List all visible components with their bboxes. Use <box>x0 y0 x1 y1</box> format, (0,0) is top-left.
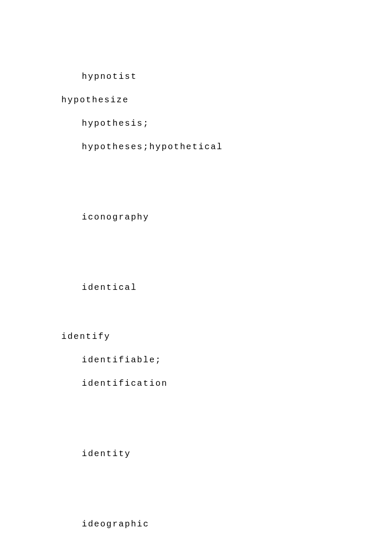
main-word-line: hypothesize <box>61 95 392 105</box>
spacer <box>61 306 392 332</box>
spacer <box>61 236 392 283</box>
sub-word-line: identity <box>61 449 392 459</box>
sub-word-line: iconography <box>61 212 392 222</box>
sub-word-line: ideographic <box>61 519 392 529</box>
spacer <box>61 402 392 449</box>
sub-word-line: hypotheses;hypothetical <box>61 142 392 152</box>
sub-word-line: identifiable; <box>61 355 392 365</box>
sub-word-line: identical <box>61 283 392 292</box>
spacer <box>61 165 392 212</box>
main-word-line: identify <box>61 332 392 341</box>
sub-word-line: hypothesis; <box>61 119 392 128</box>
sub-word-line: hypnotist <box>61 72 392 81</box>
spacer <box>61 472 392 519</box>
sub-word-line: identification <box>61 379 392 388</box>
